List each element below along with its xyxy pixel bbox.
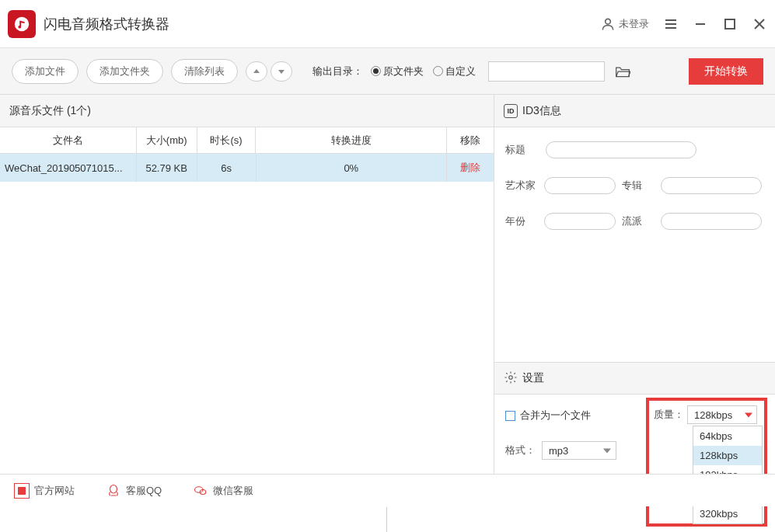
col-progress: 转换进度	[256, 127, 447, 153]
radio-original-folder[interactable]: 原文件夹	[371, 64, 424, 78]
genre-label: 流派	[622, 214, 655, 228]
toolbar: 添加文件 添加文件夹 清除列表 输出目录： 原文件夹 自定义 开始转换	[0, 48, 775, 95]
title-bar: 闪电音频格式转换器 未登录	[0, 0, 775, 48]
settings-header-label: 设置	[522, 371, 544, 385]
svg-point-0	[15, 16, 29, 30]
col-remove: 移除	[447, 127, 494, 153]
official-website-link[interactable]: 官方网站	[14, 483, 75, 499]
add-file-button[interactable]: 添加文件	[12, 59, 79, 84]
radio-custom-folder[interactable]: 自定义	[433, 64, 476, 78]
quality-option-320[interactable]: 320kbps	[693, 504, 762, 523]
title-label: 标题	[505, 143, 539, 157]
minimize-button[interactable]	[693, 16, 708, 32]
artist-input[interactable]	[544, 177, 616, 194]
app-logo-icon	[8, 10, 36, 38]
artist-label: 艺术家	[505, 179, 538, 193]
start-convert-button[interactable]: 开始转换	[689, 58, 763, 85]
quality-option-128[interactable]: 128kbps	[693, 446, 762, 465]
output-path-input[interactable]	[488, 61, 605, 82]
table-header: 文件名 大小(mb) 时长(s) 转换进度 移除	[0, 127, 494, 154]
chevron-down-icon	[603, 445, 611, 457]
radio-icon	[371, 66, 381, 76]
checkbox-icon	[505, 411, 515, 421]
cell-duration: 6s	[197, 154, 257, 182]
website-label: 官方网站	[34, 484, 75, 498]
year-label: 年份	[505, 214, 538, 228]
album-input[interactable]	[661, 177, 762, 194]
clear-list-button[interactable]: 清除列表	[171, 59, 238, 84]
svg-point-9	[509, 375, 513, 379]
genre-input[interactable]	[661, 213, 762, 230]
radio-original-label: 原文件夹	[383, 64, 424, 78]
radio-icon	[433, 66, 443, 76]
menu-button[interactable]	[663, 16, 679, 32]
login-button[interactable]: 未登录	[600, 16, 649, 32]
title-input[interactable]	[546, 141, 696, 158]
year-input[interactable]	[544, 213, 616, 230]
website-icon	[14, 483, 30, 499]
svg-rect-6	[725, 19, 735, 29]
settings-header: 设置	[494, 362, 775, 395]
format-label: 格式：	[505, 443, 536, 457]
radio-custom-label: 自定义	[445, 64, 476, 78]
add-folder-button[interactable]: 添加文件夹	[86, 59, 163, 84]
quality-highlight-box: 质量： 128kbps 64kbps 128kbps 192kbps 256kb…	[646, 398, 767, 527]
qq-support-link[interactable]: 客服QQ	[106, 483, 162, 499]
col-filename: 文件名	[0, 127, 137, 153]
merge-label: 合并为一个文件	[520, 409, 591, 422]
qq-label: 客服QQ	[126, 484, 162, 498]
col-size: 大小(mb)	[137, 127, 197, 153]
col-duration: 时长(s)	[197, 127, 257, 153]
move-down-button[interactable]	[271, 61, 292, 82]
delete-row-button[interactable]: 删除	[447, 154, 494, 182]
close-button[interactable]	[752, 16, 767, 32]
format-value: mp3	[549, 445, 568, 457]
app-title: 闪电音频格式转换器	[44, 15, 600, 33]
source-files-panel: 源音乐文件 (1个) 文件名 大小(mb) 时长(s) 转换进度 移除 WeCh…	[0, 95, 494, 474]
cell-filename: WeChat_201905071015...	[0, 154, 137, 182]
output-dir-label: 输出目录：	[312, 64, 363, 78]
quality-option-64[interactable]: 64kbps	[693, 426, 762, 446]
svg-point-10	[110, 485, 117, 493]
quality-value: 128kbps	[694, 409, 732, 421]
qq-icon	[106, 483, 121, 499]
source-files-header: 源音乐文件 (1个)	[0, 95, 494, 127]
wechat-label: 微信客服	[213, 484, 253, 498]
id3-header-label: ID3信息	[522, 104, 561, 118]
wechat-support-link[interactable]: 微信客服	[193, 483, 253, 499]
format-select[interactable]: mp3	[542, 441, 616, 460]
cell-size: 52.79 KB	[137, 154, 197, 182]
move-up-button[interactable]	[246, 61, 267, 82]
bottom-divider	[386, 507, 387, 532]
album-label: 专辑	[622, 179, 655, 193]
cell-progress: 0%	[257, 154, 448, 182]
gear-icon	[504, 370, 518, 387]
maximize-button[interactable]	[722, 16, 738, 32]
quality-select[interactable]: 128kbps	[687, 405, 757, 424]
table-row[interactable]: WeChat_201905071015... 52.79 KB 6s 0% 删除	[0, 154, 494, 182]
chevron-down-icon	[745, 409, 752, 421]
quality-label: 质量：	[654, 408, 684, 422]
svg-point-1	[606, 19, 611, 24]
browse-folder-button[interactable]	[613, 61, 633, 82]
login-status-label: 未登录	[619, 17, 649, 31]
footer: 官方网站 客服QQ 微信客服	[0, 474, 775, 506]
id3-icon: ID	[504, 104, 518, 118]
id3-header: ID ID3信息	[494, 95, 775, 127]
wechat-icon	[193, 483, 208, 499]
